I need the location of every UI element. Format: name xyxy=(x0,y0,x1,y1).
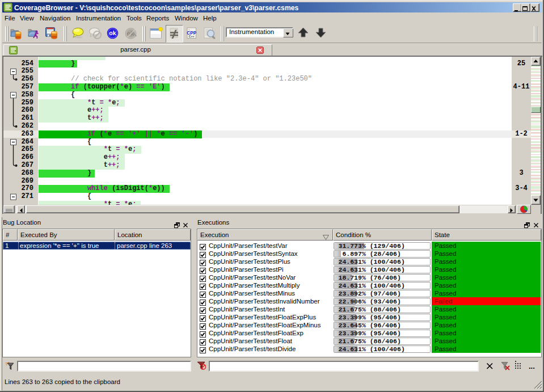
svg-text:C++: C++ xyxy=(189,35,195,38)
svg-text:ok: ok xyxy=(109,29,116,36)
